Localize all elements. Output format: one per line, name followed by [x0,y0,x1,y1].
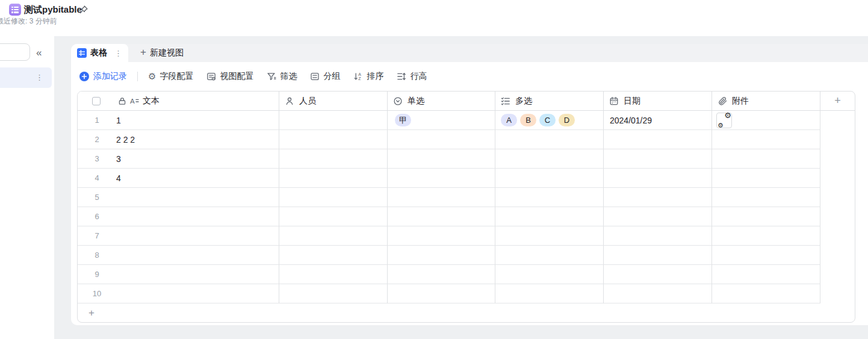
cell-multi-select[interactable] [495,130,604,149]
cell-text[interactable]: 6 [78,207,279,226]
cell-person[interactable] [279,226,388,246]
cell-multi-select[interactable] [495,188,604,207]
cell-date[interactable] [604,284,712,303]
cell-attachment[interactable] [712,149,820,169]
cell-text[interactable]: 22 2 2 [78,130,279,149]
cell-multi-select[interactable] [495,207,604,226]
attachment-thumbnail[interactable]: ⚙⚙ [716,113,732,128]
cell-attachment[interactable] [712,169,820,188]
cell-multi-select[interactable] [495,284,604,303]
cell-single-select[interactable] [388,188,495,207]
cell-date[interactable] [604,265,712,284]
cell-multi-select[interactable] [495,149,604,169]
row-height-button[interactable]: 行高 [397,71,427,82]
column-header-person[interactable]: 人员 [279,92,388,111]
cell-person[interactable] [279,169,388,188]
panel-gear-icon [206,72,216,81]
cell-attachment[interactable] [712,284,820,303]
filter-button[interactable]: 筛选 [267,71,297,82]
tab-grid-view[interactable]: 表格 ⋮ [71,44,128,62]
sidebar-item-selected[interactable]: ⋮ [0,67,52,88]
svg-text:A: A [359,72,362,76]
option-tag: C [539,114,556,126]
cell-person[interactable] [279,149,388,169]
cell-text[interactable]: 9 [78,265,279,284]
cell-single-select[interactable] [388,149,495,169]
new-view-button[interactable]: + 新建视图 [140,44,184,62]
cell-person[interactable] [279,284,388,303]
tab-more-icon[interactable]: ⋮ [114,49,122,58]
cell-single-select[interactable] [388,226,495,246]
cell-attachment[interactable] [712,207,820,226]
row-number: 3 [78,154,116,163]
cell-multi-select[interactable]: ABCD [495,111,604,130]
add-row-button[interactable]: + [78,303,855,322]
cell-attachment[interactable] [712,130,820,149]
cell-date[interactable]: 2024/01/29 [604,111,712,130]
column-header-text[interactable]: A文本 [78,92,279,111]
more-dots-icon[interactable]: ⋮ [36,72,43,82]
cell-attachment[interactable] [712,246,820,265]
cell-person[interactable] [279,265,388,284]
cell-person[interactable] [279,130,388,149]
cell-text[interactable]: 44 [78,169,279,188]
table-row: 11甲ABCD2024/01/29⚙⚙ [78,111,820,130]
column-header-single_select[interactable]: 单选 [388,92,495,111]
cell-date[interactable] [604,130,712,149]
cell-person[interactable] [279,246,388,265]
cell-attachment[interactable] [712,188,820,207]
app-root: › 测试pybitable 最近修改: 3 分钟前 « ⋮ [0,0,868,339]
column-header-attachment[interactable]: 附件 [712,92,820,111]
cell-date[interactable] [604,149,712,169]
cell-text[interactable]: 10 [78,284,279,303]
cell-single-select[interactable] [388,284,495,303]
cell-multi-select[interactable] [495,246,604,265]
cell-multi-select[interactable] [495,265,604,284]
cell-single-select[interactable] [388,169,495,188]
cell-text[interactable]: 33 [78,149,279,169]
cell-attachment[interactable]: ⚙⚙ [712,111,820,130]
row-number: 5 [78,193,116,202]
column-header-multi_select[interactable]: 多选 [495,92,604,111]
column-header-label: 人员 [299,96,316,107]
cell-date[interactable] [604,226,712,246]
table-row: 33 [78,149,820,169]
cell-single-select[interactable] [388,130,495,149]
cell-date[interactable] [604,246,712,265]
row-number: 10 [78,289,116,298]
svg-text:Z: Z [359,76,362,81]
field-config-button[interactable]: ⚙ 字段配置 [148,71,193,82]
cell-multi-select[interactable] [495,226,604,246]
cell-attachment[interactable] [712,265,820,284]
sidebar-search-box[interactable] [0,43,30,61]
column-header-date[interactable]: 日期 [604,92,712,111]
cell-single-select[interactable]: 甲 [388,111,495,130]
cell-date[interactable] [604,207,712,226]
cell-single-select[interactable] [388,207,495,226]
sidebar-collapse-icon[interactable]: « [36,47,42,59]
cell-multi-select[interactable] [495,169,604,188]
cell-date[interactable] [604,188,712,207]
group-button[interactable]: 分组 [310,71,340,82]
cell-person[interactable] [279,111,388,130]
multi-select-icon [501,96,510,106]
view-config-button[interactable]: 视图配置 [206,71,253,82]
cell-date-value: 2024/01/29 [610,116,652,125]
add-record-button[interactable]: 添加记录 [79,71,127,82]
select-all-checkbox[interactable] [92,97,101,105]
cell-person[interactable] [279,207,388,226]
paperclip-icon [718,96,727,106]
cell-text[interactable]: 11 [78,111,279,130]
cell-text[interactable]: 8 [78,246,279,265]
cell-person[interactable] [279,188,388,207]
pin-icon[interactable] [79,5,88,14]
cell-date[interactable] [604,169,712,188]
sort-button[interactable]: A Z 排序 [353,71,383,82]
cell-text[interactable]: 5 [78,188,279,207]
column-header-label: 单选 [408,96,424,107]
cell-single-select[interactable] [388,265,495,284]
cell-attachment[interactable] [712,226,820,246]
cell-single-select[interactable] [388,246,495,265]
add-field-button[interactable]: + [820,92,855,111]
cell-text[interactable]: 7 [78,226,279,246]
